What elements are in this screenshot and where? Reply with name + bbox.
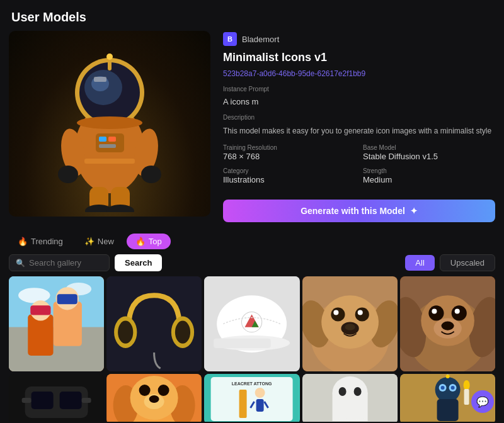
svg-point-100	[450, 386, 454, 390]
svg-point-99	[440, 386, 444, 390]
svg-rect-71	[82, 398, 91, 403]
svg-point-36	[175, 321, 190, 344]
svg-rect-86	[256, 399, 264, 412]
svg-point-54	[345, 324, 355, 330]
search-button[interactable]: Search	[115, 254, 162, 271]
category-label: Category	[223, 167, 355, 174]
svg-point-61	[451, 305, 466, 320]
svg-point-6	[77, 116, 142, 129]
gallery-item-7[interactable]	[106, 374, 202, 422]
description-label: Description	[223, 114, 495, 121]
gallery-item-9[interactable]	[302, 374, 398, 422]
svg-rect-31	[30, 305, 50, 315]
tab-trending-label: Trending	[31, 237, 63, 246]
model-title: Minimalist Icons v1	[223, 51, 495, 64]
svg-point-77	[139, 385, 151, 396]
gallery-item-1[interactable]	[9, 276, 104, 371]
main-content: B Blademort Minimalist Icons v1 523b28a7…	[0, 31, 504, 228]
svg-point-24	[18, 288, 50, 303]
trending-icon: 🔥	[18, 237, 28, 246]
svg-point-85	[255, 388, 265, 398]
top-icon: 🔥	[135, 237, 146, 246]
svg-point-49	[331, 307, 345, 321]
description-text: This model makes it easy for you to gene…	[223, 125, 495, 137]
author-name: Blademort	[242, 35, 279, 44]
svg-point-18	[106, 205, 134, 212]
strength-value: Medium	[363, 175, 495, 184]
svg-rect-102	[464, 389, 469, 405]
training-res-value: 768 × 768	[223, 152, 355, 161]
svg-rect-68	[32, 392, 54, 409]
gallery-item-2[interactable]	[106, 276, 202, 371]
svg-rect-91	[332, 393, 367, 421]
gallery-item-3[interactable]	[204, 276, 299, 371]
svg-rect-19	[84, 159, 135, 164]
svg-rect-13	[108, 137, 116, 142]
hero-image	[9, 31, 210, 217]
svg-point-62	[432, 308, 437, 313]
training-res-label: Training Resolution	[223, 144, 355, 151]
instance-prompt-label: Instance Prompt	[223, 86, 495, 93]
svg-point-92	[338, 387, 346, 396]
svg-rect-69	[60, 392, 82, 409]
author-row: B Blademort	[223, 32, 495, 46]
svg-point-50	[355, 307, 369, 321]
svg-point-93	[353, 387, 361, 396]
search-row: 🔍 Search All Upscaled	[0, 253, 504, 276]
svg-rect-84	[239, 390, 247, 418]
gallery-grid-row2: LEACRET ATTONG	[0, 371, 504, 422]
chat-button[interactable]: 💬	[471, 390, 494, 413]
svg-point-95	[435, 377, 460, 402]
base-model-label: Base Model	[363, 144, 495, 151]
tab-top-label: Top	[149, 237, 162, 246]
svg-rect-14	[99, 144, 116, 148]
filter-all-button[interactable]: All	[405, 255, 434, 271]
svg-point-51	[333, 310, 338, 315]
search-icon: 🔍	[16, 259, 25, 268]
svg-rect-70	[22, 398, 32, 403]
model-hash[interactable]: 523b28a7-a0d6-46bb-95de-62617e2f1bb9	[223, 69, 495, 78]
svg-rect-40	[214, 339, 272, 348]
new-icon: ✨	[84, 237, 94, 246]
tab-new-label: New	[98, 237, 114, 246]
svg-point-9	[58, 166, 78, 183]
svg-point-52	[357, 310, 362, 315]
svg-point-10	[141, 166, 161, 183]
sparkle-icon: ✦	[410, 206, 418, 216]
model-meta-grid: Training Resolution 768 × 768 Base Model…	[223, 144, 495, 188]
svg-point-60	[428, 305, 444, 320]
svg-point-21	[106, 54, 113, 60]
page-title: User Models	[0, 0, 504, 31]
svg-point-80	[149, 395, 159, 403]
gallery-item-4[interactable]	[302, 276, 398, 371]
gallery-item-6[interactable]	[9, 374, 104, 422]
category-value: Illustrations	[223, 175, 355, 184]
instance-prompt-value: A icons m	[223, 97, 495, 106]
tab-new[interactable]: ✨ New	[76, 234, 123, 249]
svg-point-101	[463, 380, 469, 390]
svg-rect-5	[94, 77, 106, 82]
gallery-item-5[interactable]	[400, 276, 495, 371]
svg-point-34	[118, 321, 133, 344]
tab-top[interactable]: 🔥 Top	[127, 234, 171, 249]
generate-button[interactable]: Generate with this Model ✦	[223, 200, 495, 222]
chat-icon: 💬	[476, 396, 489, 408]
svg-point-63	[454, 308, 459, 313]
filter-upscaled-button[interactable]: Upscaled	[440, 254, 495, 271]
gallery-grid-row1	[0, 276, 504, 371]
model-info: B Blademort Minimalist Icons v1 523b28a7…	[223, 31, 495, 222]
author-badge: B	[223, 32, 237, 46]
svg-rect-28	[57, 294, 77, 304]
svg-point-65	[441, 322, 454, 330]
base-model-value: Stable Diffusion v1.5	[363, 152, 495, 161]
svg-rect-12	[99, 137, 106, 142]
svg-point-78	[158, 385, 169, 396]
generate-btn-label: Generate with this Model	[301, 206, 405, 216]
search-input[interactable]	[29, 258, 103, 268]
search-input-wrap: 🔍	[9, 254, 110, 271]
svg-text:LEACRET ATTONG: LEACRET ATTONG	[232, 381, 272, 386]
svg-rect-96	[437, 399, 458, 421]
tabs-row: 🔥 Trending ✨ New 🔥 Top	[0, 228, 504, 253]
tab-trending[interactable]: 🔥 Trending	[9, 234, 72, 249]
gallery-item-8[interactable]: LEACRET ATTONG	[204, 374, 299, 422]
